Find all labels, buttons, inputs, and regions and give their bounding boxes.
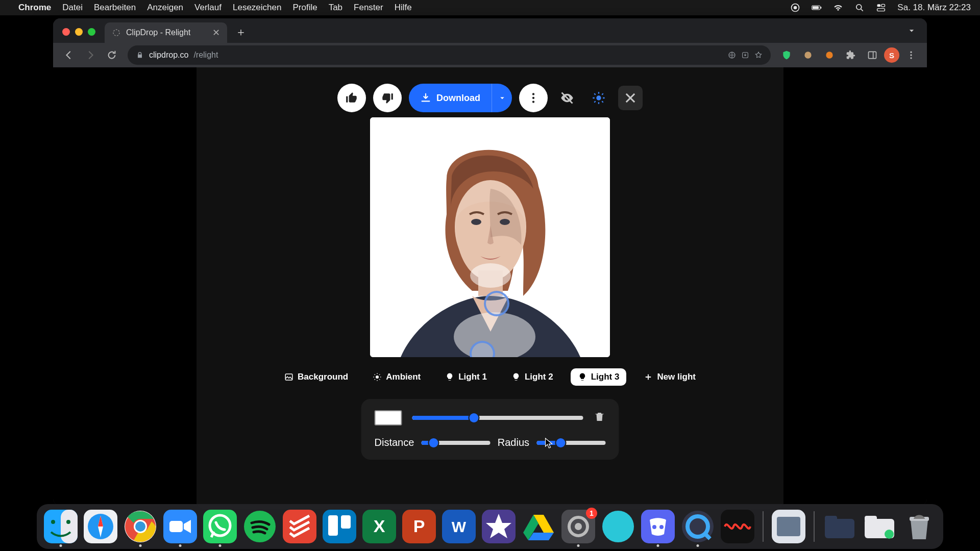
dock-word[interactable]: W xyxy=(442,510,476,543)
svg-point-22 xyxy=(532,101,534,103)
light-color-swatch[interactable] xyxy=(375,410,402,425)
battery-icon[interactable] xyxy=(812,3,822,13)
extensions-puzzle-icon[interactable] xyxy=(843,47,859,63)
image-canvas[interactable] xyxy=(370,117,610,357)
menu-hilfe[interactable]: Hilfe xyxy=(395,3,412,13)
dock-quicktime[interactable] xyxy=(681,510,715,543)
dock-safari[interactable] xyxy=(84,510,117,543)
menu-anzeigen[interactable]: Anzeigen xyxy=(147,3,183,13)
download-button-main[interactable]: Download xyxy=(409,84,492,112)
wifi-icon[interactable] xyxy=(833,3,843,13)
dock-folder-2[interactable] xyxy=(863,510,896,543)
window-minimize-button[interactable] xyxy=(75,28,83,36)
dock-zoom[interactable] xyxy=(163,510,197,543)
nav-reload-button[interactable] xyxy=(102,45,121,65)
dock-separator xyxy=(814,511,815,542)
dock-trash[interactable] xyxy=(902,510,936,543)
menu-lesezeichen[interactable]: Lesezeichen xyxy=(233,3,281,13)
relight-mode-button[interactable] xyxy=(586,86,611,110)
install-app-icon[interactable] xyxy=(741,51,749,59)
extension-dot1-icon[interactable] xyxy=(800,47,816,63)
dock-spotify[interactable] xyxy=(243,510,277,543)
distance-slider[interactable] xyxy=(421,441,490,445)
menu-datei[interactable]: Datei xyxy=(62,3,83,13)
menu-tab[interactable]: Tab xyxy=(329,3,342,13)
chrome-menu-icon[interactable] xyxy=(903,47,919,63)
tab-newlight-label: New light xyxy=(657,372,696,382)
nav-forward-button[interactable] xyxy=(81,45,100,65)
tab-ambient[interactable]: Ambient xyxy=(365,368,428,386)
menu-fenster[interactable]: Fenster xyxy=(354,3,383,13)
lock-icon xyxy=(136,51,144,59)
dock-powerpoint[interactable]: P xyxy=(402,510,436,543)
profile-avatar[interactable]: S xyxy=(884,47,899,63)
intensity-slider-thumb[interactable] xyxy=(469,413,478,422)
image-icon xyxy=(284,372,293,382)
dock-trello[interactable] xyxy=(323,510,356,543)
dock-todoist[interactable] xyxy=(283,510,316,543)
distance-slider-thumb[interactable] xyxy=(429,438,438,447)
dock-settings[interactable]: 1 xyxy=(561,510,595,543)
dock-gdrive[interactable] xyxy=(522,510,555,543)
download-button[interactable]: Download xyxy=(409,84,512,112)
chevron-down-icon xyxy=(498,93,507,103)
download-dropdown-button[interactable] xyxy=(492,84,512,112)
dock-discord[interactable] xyxy=(641,510,675,543)
light-handle-1[interactable] xyxy=(484,291,509,316)
svg-line-29 xyxy=(594,93,595,94)
spotlight-icon[interactable] xyxy=(854,3,865,13)
menu-verlauf[interactable]: Verlauf xyxy=(194,3,222,13)
dock-whatsapp[interactable] xyxy=(203,510,237,543)
tab-background[interactable]: Background xyxy=(277,368,355,386)
window-close-button[interactable] xyxy=(62,28,70,36)
dock-chrome[interactable] xyxy=(124,510,157,543)
tab-light1[interactable]: Light 1 xyxy=(438,368,494,386)
more-options-button[interactable] xyxy=(519,84,548,112)
dock-excel[interactable]: X xyxy=(362,510,396,543)
thumbs-down-button[interactable] xyxy=(373,84,402,112)
page-viewport: Download xyxy=(53,67,927,506)
thumbs-up-button[interactable] xyxy=(337,84,366,112)
menu-bearbeiten[interactable]: Bearbeiten xyxy=(94,3,136,13)
extension-shield-icon[interactable] xyxy=(779,47,794,63)
radius-slider-thumb[interactable] xyxy=(556,438,565,447)
dock-folder-1[interactable] xyxy=(823,510,856,543)
tab-new-light[interactable]: New light xyxy=(636,368,703,386)
side-panel-icon[interactable] xyxy=(865,47,880,63)
dock-voice-memos[interactable] xyxy=(721,510,754,543)
control-center-icon[interactable] xyxy=(876,3,886,13)
tab-light2[interactable]: Light 2 xyxy=(504,368,560,386)
menubar-clock[interactable]: Sa. 18. März 22:23 xyxy=(897,3,971,13)
svg-point-98 xyxy=(885,530,894,539)
menu-profile[interactable]: Profile xyxy=(292,3,317,13)
dock-recent-app[interactable] xyxy=(772,510,805,543)
svg-rect-7 xyxy=(877,4,881,7)
tab-light1-label: Light 1 xyxy=(458,372,487,382)
menubar-app-name[interactable]: Chrome xyxy=(18,3,51,13)
svg-point-13 xyxy=(804,52,811,58)
browser-tab[interactable]: ClipDrop - Relight ✕ xyxy=(105,22,227,43)
delete-light-button[interactable] xyxy=(594,411,606,425)
bookmark-star-icon[interactable] xyxy=(754,51,763,59)
extension-dot2-icon[interactable] xyxy=(822,47,837,63)
visibility-off-button[interactable] xyxy=(555,86,579,110)
nav-back-button[interactable] xyxy=(59,45,79,65)
dock-imovie[interactable] xyxy=(482,510,516,543)
gtranslate-icon[interactable] xyxy=(728,51,736,59)
svg-point-35 xyxy=(471,219,481,225)
intensity-slider[interactable] xyxy=(412,416,583,420)
tab-light2-label: Light 2 xyxy=(525,372,553,382)
radius-slider[interactable] xyxy=(536,441,605,445)
close-editor-button[interactable] xyxy=(618,86,643,110)
dock-app-teal[interactable] xyxy=(601,510,635,543)
screen-record-icon[interactable] xyxy=(790,3,800,13)
tabs-overflow-button[interactable] xyxy=(906,26,917,38)
tab-close-button[interactable]: ✕ xyxy=(212,27,220,38)
address-bar[interactable]: clipdrop.co/relight xyxy=(128,45,771,65)
svg-point-61 xyxy=(135,521,145,532)
new-tab-button[interactable]: ＋ xyxy=(232,23,250,41)
dock-finder[interactable] xyxy=(44,510,78,543)
tab-light3[interactable]: Light 3 xyxy=(571,368,627,386)
radius-label: Radius xyxy=(498,437,529,448)
window-zoom-button[interactable] xyxy=(88,28,95,36)
